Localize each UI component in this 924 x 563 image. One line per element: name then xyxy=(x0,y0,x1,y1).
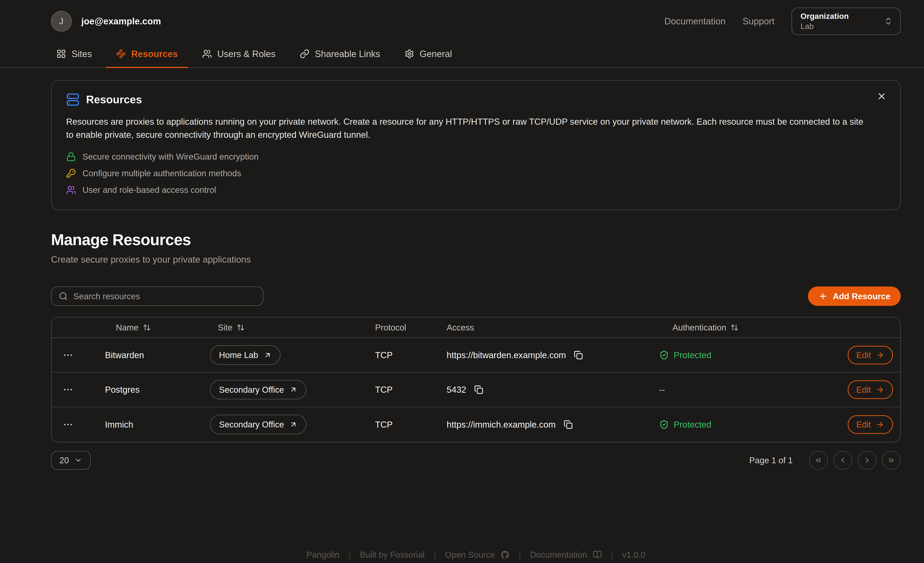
avatar[interactable]: J xyxy=(51,11,72,31)
tab-resources[interactable]: Resources xyxy=(106,42,188,68)
plus-icon xyxy=(818,292,827,301)
footer-brand[interactable]: Pangolin xyxy=(306,550,339,560)
waypoints-icon xyxy=(116,49,126,59)
resource-access-url: https://immich.example.com xyxy=(447,419,556,430)
table-header-row: Name Site Protocol Access Authentication xyxy=(51,317,900,338)
sites-grid-icon xyxy=(56,49,66,59)
search-icon xyxy=(59,292,68,301)
column-header-authentication[interactable]: Authentication xyxy=(659,322,821,332)
page-size-value: 20 xyxy=(60,455,69,465)
site-name: Secondary Office xyxy=(219,419,284,430)
footer-divider: | xyxy=(434,550,436,560)
feature-item: Secure connectivity with WireGuard encry… xyxy=(66,152,886,162)
footer-documentation-link[interactable]: Documentation xyxy=(530,550,602,560)
auth-status-badge: Protected xyxy=(659,419,821,430)
site-name: Secondary Office xyxy=(219,385,284,395)
edit-button[interactable]: Edit xyxy=(848,415,893,434)
column-header-name[interactable]: Name xyxy=(104,322,210,332)
site-name: Home Lab xyxy=(219,350,258,360)
arrow-up-right-icon xyxy=(290,386,297,394)
previous-page-button[interactable] xyxy=(834,451,852,470)
chevrons-right-icon xyxy=(887,456,896,464)
info-card-header: Resources xyxy=(66,93,886,106)
organization-selector[interactable]: Organization Lab xyxy=(792,7,901,35)
edit-button[interactable]: Edit xyxy=(848,380,893,399)
site-link-button[interactable]: Secondary Office xyxy=(210,380,306,400)
footer-open-source-link[interactable]: Open Source xyxy=(445,550,510,560)
edit-button[interactable]: Edit xyxy=(848,346,893,364)
sort-icon xyxy=(730,323,738,332)
ellipsis-icon[interactable] xyxy=(60,347,76,363)
chevrons-left-icon xyxy=(814,456,823,464)
resource-protocol: TCP xyxy=(375,350,447,360)
column-header-access: Access xyxy=(447,322,659,332)
arrow-right-icon xyxy=(876,351,884,359)
add-resource-button[interactable]: Add Resource xyxy=(808,286,901,306)
page-indicator: Page 1 of 1 xyxy=(749,455,793,465)
feature-text: Secure connectivity with WireGuard encry… xyxy=(82,152,258,162)
info-card-description: Resources are proxies to applications ru… xyxy=(66,115,886,141)
tab-users-roles-label: Users & Roles xyxy=(218,49,276,59)
chevron-right-icon xyxy=(863,456,872,464)
tab-shareable-links-label: Shareable Links xyxy=(315,49,380,59)
documentation-link[interactable]: Documentation xyxy=(664,16,726,26)
table-row: Postgres Secondary Office TCP 5432 -- Ed… xyxy=(51,373,900,407)
shield-check-icon xyxy=(659,350,669,360)
ellipsis-icon[interactable] xyxy=(60,382,76,397)
arrow-right-icon xyxy=(876,420,884,429)
users-icon xyxy=(66,185,76,195)
page-size-selector[interactable]: 20 xyxy=(51,451,91,470)
copy-icon[interactable] xyxy=(562,419,574,430)
user-email: joe@example.com xyxy=(81,16,161,26)
auth-status-badge: -- xyxy=(659,385,821,395)
copy-icon[interactable] xyxy=(473,384,484,395)
resource-name: Bitwarden xyxy=(104,350,210,360)
first-page-button[interactable] xyxy=(809,451,828,470)
link-icon xyxy=(300,49,309,59)
footer-built-by[interactable]: Built by Fossorial xyxy=(360,550,424,560)
tab-sites[interactable]: Sites xyxy=(46,42,102,68)
column-header-site[interactable]: Site xyxy=(210,322,375,332)
column-header-name-label: Name xyxy=(116,322,139,332)
column-header-site-label: Site xyxy=(218,322,232,332)
next-page-button[interactable] xyxy=(858,451,876,470)
footer-open-source-label: Open Source xyxy=(445,550,495,560)
column-header-authentication-label: Authentication xyxy=(672,322,726,332)
row-menu-cell xyxy=(51,347,104,363)
chevron-down-icon xyxy=(74,456,82,464)
edit-label: Edit xyxy=(856,350,871,360)
tab-general[interactable]: General xyxy=(394,42,462,68)
last-page-button[interactable] xyxy=(882,451,901,470)
edit-cell: Edit xyxy=(848,415,900,434)
support-link[interactable]: Support xyxy=(742,16,774,26)
tab-resources-label: Resources xyxy=(131,49,178,59)
tab-shareable-links[interactable]: Shareable Links xyxy=(290,42,390,68)
feature-item: Configure multiple authentication method… xyxy=(66,168,886,178)
resource-access-url: https://bitwarden.example.com xyxy=(447,350,566,360)
copy-icon[interactable] xyxy=(573,349,584,361)
tab-users-roles[interactable]: Users & Roles xyxy=(192,42,286,68)
resource-name: Immich xyxy=(104,419,210,430)
feature-text: User and role-based access control xyxy=(82,185,216,195)
key-icon xyxy=(66,168,76,178)
add-resource-label: Add Resource xyxy=(833,291,891,301)
resource-access-cell: https://immich.example.com xyxy=(447,419,659,430)
close-icon[interactable] xyxy=(876,91,887,102)
row-menu-cell xyxy=(51,382,104,397)
gear-icon xyxy=(405,49,414,59)
footer: Pangolin | Built by Fossorial | Open Sou… xyxy=(0,550,924,563)
top-bar: J joe@example.com Documentation Support … xyxy=(0,0,924,42)
resource-access-cell: 5432 xyxy=(447,384,659,395)
arrow-up-right-icon xyxy=(290,421,297,428)
users-icon xyxy=(202,49,212,59)
search-input[interactable] xyxy=(74,291,256,301)
column-header-protocol: Protocol xyxy=(375,322,447,332)
organization-label: Organization xyxy=(801,12,849,21)
edit-label: Edit xyxy=(856,385,871,395)
chevron-left-icon xyxy=(838,456,847,464)
ellipsis-icon[interactable] xyxy=(60,417,76,433)
footer-documentation-label: Documentation xyxy=(530,550,587,560)
site-link-button[interactable]: Secondary Office xyxy=(210,415,306,434)
site-link-button[interactable]: Home Lab xyxy=(210,345,280,365)
column-header-access-label: Access xyxy=(447,322,474,332)
